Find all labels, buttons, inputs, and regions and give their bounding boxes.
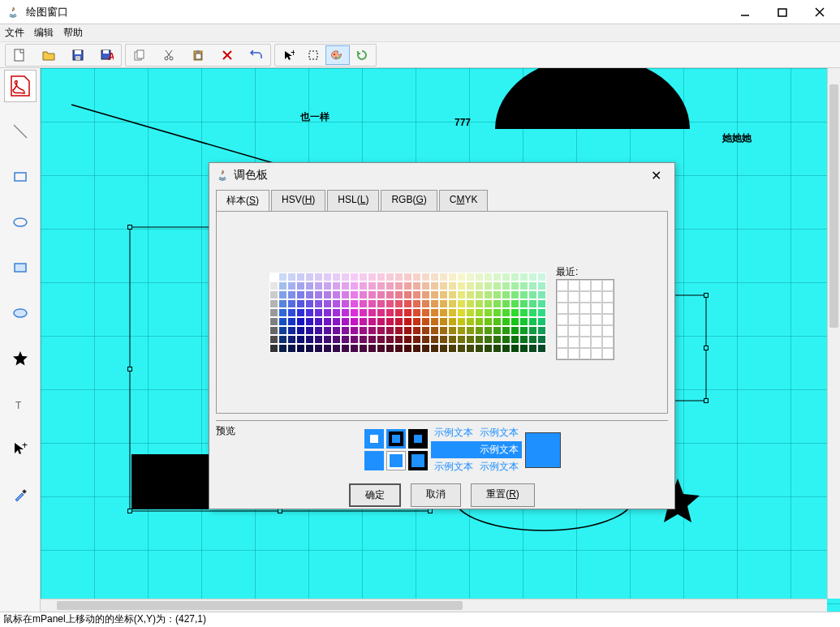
canvas-text-2[interactable]: 777	[454, 117, 471, 128]
menu-file[interactable]: 文件	[5, 26, 24, 40]
tab-hsl[interactable]: HSL(L)	[327, 190, 379, 212]
recent-grid[interactable]	[556, 279, 614, 360]
svg-rect-18	[196, 50, 200, 53]
palette-tool-button[interactable]	[325, 45, 350, 65]
dialog-title: 调色板	[234, 168, 644, 183]
svg-point-24	[334, 53, 335, 54]
cancel-button[interactable]: 取消	[411, 483, 461, 507]
maximize-button[interactable]	[764, 1, 801, 24]
menubar: 文件 编辑 帮助	[0, 24, 840, 42]
line-tool[interactable]	[4, 115, 37, 148]
eyedropper-tool[interactable]	[4, 479, 37, 511]
svg-point-13	[165, 57, 168, 60]
tab-rgb[interactable]: RGB(G)	[381, 190, 437, 212]
ellipse-tool[interactable]	[4, 206, 37, 238]
svg-point-31	[14, 309, 27, 317]
svg-line-35	[71, 105, 287, 167]
preview-swatch	[408, 429, 428, 449]
svg-rect-34	[22, 489, 27, 494]
tab-hsv[interactable]: HSV(H)	[271, 190, 325, 212]
side-toolbar: T +	[0, 68, 41, 612]
select-tool[interactable]: +	[4, 433, 37, 466]
minimize-button[interactable]	[726, 1, 764, 24]
star-tool[interactable]	[4, 342, 37, 375]
svg-rect-12	[137, 50, 144, 58]
toolbar-group-tools: +	[274, 44, 377, 67]
reset-button[interactable]: 重置(R)	[471, 483, 535, 507]
tab-swatches[interactable]: 样本(S)	[216, 190, 269, 212]
sample-text: 示例文本	[431, 441, 476, 458]
dialog-close-button[interactable]: ✕	[644, 165, 668, 186]
sample-text: 示例文本	[476, 441, 522, 458]
scrollbar-horizontal[interactable]	[41, 599, 827, 612]
dialog-buttons: 确定 取消 重置(R)	[209, 483, 674, 507]
delete-button[interactable]	[215, 45, 239, 65]
paste-button[interactable]	[186, 45, 210, 65]
preview-swatch	[364, 429, 384, 449]
sample-text: 示例文本	[476, 424, 522, 441]
filled-rect-tool[interactable]	[4, 251, 37, 284]
tab-cmyk[interactable]: CMYK	[439, 190, 489, 212]
close-button[interactable]	[801, 1, 838, 24]
svg-point-29	[14, 218, 27, 226]
sample-text: 示例文本	[431, 424, 476, 441]
window-title: 绘图窗口	[26, 5, 726, 19]
svg-rect-30	[15, 264, 26, 272]
preview-large-swatch	[525, 432, 561, 468]
svg-point-14	[170, 57, 173, 60]
svg-point-25	[335, 56, 337, 58]
svg-point-26	[338, 56, 340, 58]
canvas-text-3[interactable]: 她她她	[722, 131, 752, 145]
cut-button[interactable]	[157, 45, 181, 65]
svg-text:+: +	[22, 440, 28, 451]
java-icon	[6, 6, 19, 19]
dialog-titlebar[interactable]: 调色板 ✕	[209, 163, 674, 187]
rect-tool[interactable]	[4, 161, 37, 193]
open-button[interactable]	[37, 45, 61, 65]
saveas-button[interactable]: AS	[95, 45, 119, 65]
toolbar: AS +	[0, 42, 840, 68]
ok-button[interactable]: 确定	[349, 483, 401, 507]
marquee-tool-button[interactable]	[301, 45, 325, 65]
menu-help[interactable]: 帮助	[63, 26, 83, 40]
svg-line-27	[14, 125, 27, 138]
svg-rect-4	[15, 49, 24, 61]
menu-edit[interactable]: 编辑	[34, 26, 54, 40]
svg-rect-23	[309, 51, 317, 59]
java-icon	[216, 169, 229, 182]
preview-swatch	[386, 451, 406, 470]
window-titlebar: 绘图窗口	[0, 0, 840, 24]
undo-button[interactable]	[244, 45, 269, 65]
status-text: 鼠标在mPanel上移动的的坐标(X,Y)为：(427,1)	[3, 612, 206, 626]
filled-ellipse-tool[interactable]	[4, 297, 37, 329]
canvas-text-1[interactable]: 也一样	[300, 110, 330, 124]
dialog-tabs: 样本(S) HSV(H) HSL(L) RGB(G) CMYK	[209, 189, 674, 211]
svg-rect-19	[196, 54, 201, 59]
preview-section: 预览 示例文本示例文本 示例文本示例文本 示例文本示例文本	[216, 420, 668, 475]
svg-text:T: T	[15, 400, 22, 411]
preview-body: 示例文本示例文本 示例文本示例文本 示例文本示例文本	[256, 424, 668, 475]
save-button[interactable]	[66, 45, 90, 65]
preview-swatch	[386, 429, 406, 449]
sample-text: 示例文本	[431, 458, 476, 475]
refresh-tool-button[interactable]	[350, 45, 374, 65]
dialog-body: 最近:	[216, 211, 668, 414]
preview-swatch	[364, 451, 384, 470]
copy-button[interactable]	[127, 45, 152, 65]
svg-rect-7	[75, 56, 80, 60]
svg-rect-1	[778, 9, 786, 16]
pointer-tool-button[interactable]: +	[277, 45, 301, 65]
status-bar: 鼠标在mPanel上移动的的坐标(X,Y)为：(427,1)	[0, 612, 840, 626]
svg-rect-6	[75, 50, 81, 54]
color-dialog: 调色板 ✕ 样本(S) HSV(H) HSL(L) RGB(G) CMYK 最近…	[209, 162, 675, 509]
scrollbar-vertical[interactable]	[827, 68, 840, 599]
swatch-grid[interactable]	[269, 273, 546, 353]
toolbar-group-edit	[125, 44, 271, 67]
recent-label: 最近:	[556, 265, 578, 279]
svg-rect-28	[15, 173, 26, 181]
pdf-tool[interactable]	[4, 70, 37, 102]
text-tool[interactable]: T	[4, 388, 37, 420]
new-button[interactable]	[7, 45, 32, 65]
sample-text: 示例文本	[476, 458, 522, 475]
preview-label: 预览	[216, 424, 256, 438]
